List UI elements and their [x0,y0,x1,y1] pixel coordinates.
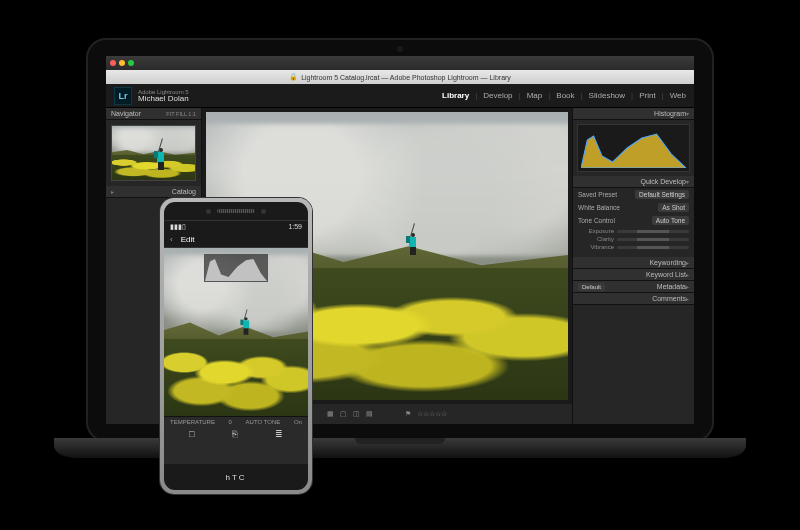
tone-control-label: Tone Control [578,217,615,224]
grid-view-icon[interactable]: ▦ [327,410,334,418]
zoom-button[interactable] [128,60,134,66]
phone-speaker [164,202,308,220]
window-title: Lightroom 5 Catalog.lrcat — Adobe Photos… [301,74,511,81]
module-develop[interactable]: Develop [483,91,512,100]
navigator-fit-modes[interactable]: FIT FILL 1:1 [166,111,196,117]
separator: | [475,91,477,100]
tone-control-row: Tone Control Auto Tone [573,214,694,227]
white-balance-dropdown[interactable]: As Shot [658,203,689,212]
crop-icon[interactable]: □ [189,429,194,439]
histogram-header[interactable]: Histogram ▾ [573,108,694,120]
exposure-slider[interactable]: Exposure [573,227,694,235]
comments-header[interactable]: Comments▸ [573,293,694,305]
status-time: 1:59 [288,223,302,230]
separator: | [631,91,633,100]
flag-icon[interactable]: ⚑ [405,410,411,418]
temperature-value: 0 [229,419,232,425]
separator: | [548,91,550,100]
lock-icon: 🔒 [289,73,298,81]
chevron-down-icon: ▾ [686,178,689,185]
histogram-panel [577,124,690,172]
catalog-label: Catalog [172,188,196,195]
phone-chin: hTC [164,464,308,490]
navigator-header[interactable]: Navigator FIT FILL 1:1 [106,108,201,120]
phone-photo-viewer[interactable] [164,248,308,416]
macos-menubar [106,56,694,70]
chevron-right-icon: ▸ [111,188,114,195]
histogram-label: Histogram [654,110,686,117]
tab-edit[interactable]: Edit [181,235,195,244]
saved-preset-dropdown[interactable]: Default Settings [635,190,689,199]
separator: | [581,91,583,100]
auto-tone-button[interactable]: Auto Tone [652,216,689,225]
separator: | [519,91,521,100]
module-slideshow[interactable]: Slideshow [589,91,625,100]
adjust-icon[interactable]: ≣ [275,429,283,439]
user-name: Michael Dolan [138,95,189,103]
minimize-button[interactable] [119,60,125,66]
close-button[interactable] [110,60,116,66]
phone-edit-controls: TEMPERATURE 0 AUTO TONE On □ ⎘ ≣ [164,416,308,464]
quick-develop-label: Quick Develop [640,178,686,185]
back-button[interactable]: ‹ [170,235,173,244]
phone-frame: ▮▮▮▯ 1:59 ‹ Edit TEMPERATURE 0 AUTO TONE… [160,198,312,494]
laptop-base [54,438,746,458]
white-balance-row: White Balance As Shot [573,201,694,214]
white-balance-label: White Balance [578,204,620,211]
rating-stars[interactable]: ☆☆☆☆☆ [417,410,447,418]
module-picker: Library|Develop|Map|Book|Slideshow|Print… [442,91,686,100]
catalog-header[interactable]: ▸ Catalog [106,186,201,198]
saved-preset-label: Saved Preset [578,191,617,198]
phone-histogram [204,254,268,282]
right-panel: Histogram ▾ Quick Develop ▾ [572,108,694,424]
lightroom-logo: Lr [114,87,132,105]
vibrance-slider[interactable]: Vibrance [573,243,694,251]
phone-statusbar: ▮▮▮▯ 1:59 [164,220,308,232]
saved-preset-row: Saved Preset Default Settings [573,188,694,201]
loupe-view-icon[interactable]: ▢ [340,410,347,418]
temperature-label: TEMPERATURE [170,419,215,425]
module-print[interactable]: Print [639,91,655,100]
keyword-list-header[interactable]: Keyword List▸ [573,269,694,281]
module-book[interactable]: Book [556,91,574,100]
presets-icon[interactable]: ⎘ [232,429,237,439]
navigator-thumbnail[interactable] [111,125,196,181]
navigator-label: Navigator [111,110,141,117]
autotone-value: On [294,419,302,425]
keywording-header[interactable]: Keywording▸ [573,257,694,269]
clarity-slider[interactable]: Clarity [573,235,694,243]
speaker-grill [217,209,255,213]
app-header: Lr Adobe Lightroom 5 Michael Dolan Libra… [106,84,694,108]
chevron-down-icon: ▾ [686,110,689,117]
quick-develop-header[interactable]: Quick Develop ▾ [573,176,694,188]
phone-brand: hTC [225,473,246,482]
histogram-graph [581,128,686,168]
metadata-preset-dropdown[interactable]: Default [578,283,605,291]
signal-icon: ▮▮▮▯ [170,223,186,231]
module-library[interactable]: Library [442,91,469,100]
brand-block: Adobe Lightroom 5 Michael Dolan [138,89,189,103]
window-titlebar: 🔒 Lightroom 5 Catalog.lrcat — Adobe Phot… [106,70,694,84]
module-map[interactable]: Map [527,91,543,100]
laptop-camera [397,46,403,52]
phone-tabs: ‹ Edit [164,232,308,248]
compare-view-icon[interactable]: ◫ [353,410,360,418]
survey-view-icon[interactable]: ▤ [366,410,373,418]
metadata-header[interactable]: Default Metadata▸ [573,281,694,293]
autotone-label: AUTO TONE [246,419,281,425]
front-camera-icon [206,209,211,214]
phone-screen: ▮▮▮▯ 1:59 ‹ Edit TEMPERATURE 0 AUTO TONE… [164,202,308,490]
sensor-icon [261,209,266,214]
separator: | [662,91,664,100]
module-web[interactable]: Web [670,91,686,100]
